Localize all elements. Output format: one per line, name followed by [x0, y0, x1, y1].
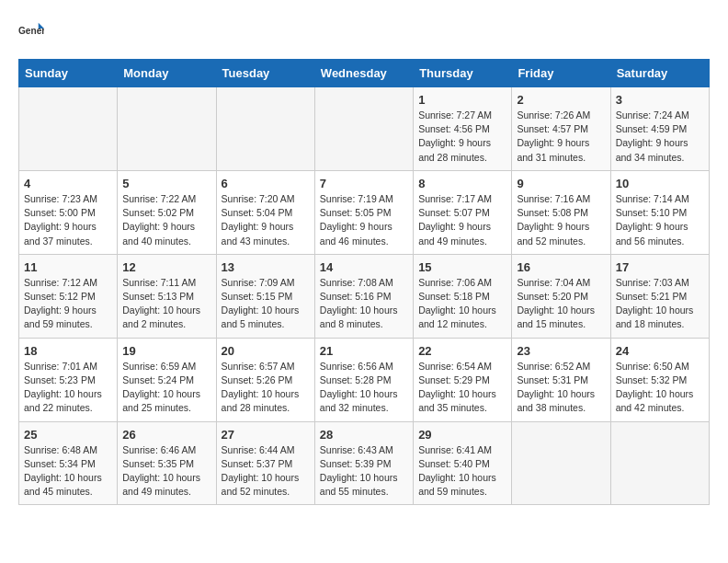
week-row-5: 25Sunrise: 6:48 AM Sunset: 5:34 PM Dayli… [19, 421, 710, 505]
day-cell: 23Sunrise: 6:52 AM Sunset: 5:31 PM Dayli… [512, 338, 610, 421]
day-number: 5 [122, 177, 210, 190]
day-number: 12 [122, 260, 210, 274]
header-monday: Monday [118, 60, 216, 87]
day-number: 7 [320, 177, 408, 190]
day-number: 27 [222, 428, 310, 442]
day-info: Sunrise: 6:46 AM Sunset: 5:35 PM Dayligh… [122, 443, 210, 500]
day-info: Sunrise: 6:50 AM Sunset: 5:32 PM Dayligh… [616, 360, 704, 416]
day-info: Sunrise: 7:27 AM Sunset: 4:56 PM Dayligh… [418, 109, 506, 165]
day-cell: 22Sunrise: 6:54 AM Sunset: 5:29 PM Dayli… [414, 338, 512, 421]
week-row-2: 4Sunrise: 7:23 AM Sunset: 5:00 PM Daylig… [19, 170, 710, 254]
day-cell: 25Sunrise: 6:48 AM Sunset: 5:34 PM Dayli… [19, 421, 118, 505]
day-cell: 20Sunrise: 6:57 AM Sunset: 5:26 PM Dayli… [216, 338, 314, 421]
day-cell: 8Sunrise: 7:17 AM Sunset: 5:07 PM Daylig… [414, 170, 512, 254]
day-cell: 3Sunrise: 7:24 AM Sunset: 4:59 PM Daylig… [610, 87, 709, 171]
day-number: 8 [418, 177, 506, 190]
day-number: 3 [616, 93, 704, 107]
day-info: Sunrise: 7:06 AM Sunset: 5:18 PM Dayligh… [418, 276, 506, 332]
day-number: 9 [517, 177, 605, 190]
week-row-3: 11Sunrise: 7:12 AM Sunset: 5:12 PM Dayli… [19, 254, 710, 338]
day-info: Sunrise: 7:09 AM Sunset: 5:15 PM Dayligh… [222, 276, 310, 332]
day-number: 16 [517, 260, 605, 274]
day-number: 15 [418, 260, 506, 274]
day-number: 10 [616, 177, 704, 190]
day-cell: 15Sunrise: 7:06 AM Sunset: 5:18 PM Dayli… [414, 254, 512, 338]
day-number: 2 [517, 93, 605, 107]
logo-icon: General [18, 18, 44, 44]
day-info: Sunrise: 6:54 AM Sunset: 5:29 PM Dayligh… [418, 360, 506, 416]
day-info: Sunrise: 7:16 AM Sunset: 5:08 PM Dayligh… [517, 192, 605, 248]
day-info: Sunrise: 7:17 AM Sunset: 5:07 PM Dayligh… [418, 192, 506, 248]
day-info: Sunrise: 7:01 AM Sunset: 5:23 PM Dayligh… [24, 360, 112, 416]
day-number: 24 [616, 344, 704, 358]
day-info: Sunrise: 7:03 AM Sunset: 5:21 PM Dayligh… [616, 276, 704, 332]
day-info: Sunrise: 7:12 AM Sunset: 5:12 PM Dayligh… [24, 276, 112, 332]
day-number: 28 [320, 428, 408, 442]
day-number: 29 [418, 428, 506, 442]
day-number: 21 [320, 344, 408, 358]
day-cell: 16Sunrise: 7:04 AM Sunset: 5:20 PM Dayli… [512, 254, 610, 338]
day-cell: 14Sunrise: 7:08 AM Sunset: 5:16 PM Dayli… [314, 254, 413, 338]
day-cell: 18Sunrise: 7:01 AM Sunset: 5:23 PM Dayli… [19, 338, 118, 421]
day-info: Sunrise: 7:04 AM Sunset: 5:20 PM Dayligh… [517, 276, 605, 332]
day-cell: 1Sunrise: 7:27 AM Sunset: 4:56 PM Daylig… [414, 87, 512, 171]
day-info: Sunrise: 7:19 AM Sunset: 5:05 PM Dayligh… [320, 192, 408, 248]
day-cell: 13Sunrise: 7:09 AM Sunset: 5:15 PM Dayli… [216, 254, 314, 338]
day-info: Sunrise: 6:56 AM Sunset: 5:28 PM Dayligh… [320, 360, 408, 416]
day-cell: 6Sunrise: 7:20 AM Sunset: 5:04 PM Daylig… [216, 170, 314, 254]
header-tuesday: Tuesday [216, 60, 314, 87]
page-header: General [18, 18, 710, 44]
day-cell: 12Sunrise: 7:11 AM Sunset: 5:13 PM Dayli… [118, 254, 216, 338]
day-cell: 7Sunrise: 7:19 AM Sunset: 5:05 PM Daylig… [314, 170, 413, 254]
day-cell [118, 87, 216, 171]
day-number: 26 [122, 428, 210, 442]
calendar-table: SundayMondayTuesdayWednesdayThursdayFrid… [18, 59, 710, 505]
day-number: 14 [320, 260, 408, 274]
day-number: 25 [24, 428, 112, 442]
day-info: Sunrise: 7:26 AM Sunset: 4:57 PM Dayligh… [517, 109, 605, 165]
day-cell: 17Sunrise: 7:03 AM Sunset: 5:21 PM Dayli… [610, 254, 709, 338]
day-cell: 24Sunrise: 6:50 AM Sunset: 5:32 PM Dayli… [610, 338, 709, 421]
day-cell: 27Sunrise: 6:44 AM Sunset: 5:37 PM Dayli… [216, 421, 314, 505]
header-friday: Friday [512, 60, 610, 87]
day-cell: 21Sunrise: 6:56 AM Sunset: 5:28 PM Dayli… [314, 338, 413, 421]
day-number: 17 [616, 260, 704, 274]
day-info: Sunrise: 6:57 AM Sunset: 5:26 PM Dayligh… [222, 360, 310, 416]
day-cell [610, 421, 709, 505]
day-number: 22 [418, 344, 506, 358]
day-cell [512, 421, 610, 505]
day-info: Sunrise: 6:52 AM Sunset: 5:31 PM Dayligh… [517, 360, 605, 416]
day-info: Sunrise: 7:14 AM Sunset: 5:10 PM Dayligh… [616, 192, 704, 248]
week-row-1: 1Sunrise: 7:27 AM Sunset: 4:56 PM Daylig… [19, 87, 710, 171]
day-number: 4 [24, 177, 112, 190]
day-number: 20 [222, 344, 310, 358]
day-cell [19, 87, 118, 171]
day-cell: 9Sunrise: 7:16 AM Sunset: 5:08 PM Daylig… [512, 170, 610, 254]
day-cell: 28Sunrise: 6:43 AM Sunset: 5:39 PM Dayli… [314, 421, 413, 505]
day-number: 19 [122, 344, 210, 358]
day-info: Sunrise: 7:20 AM Sunset: 5:04 PM Dayligh… [222, 192, 310, 248]
header-thursday: Thursday [414, 60, 512, 87]
day-number: 18 [24, 344, 112, 358]
day-number: 23 [517, 344, 605, 358]
week-row-4: 18Sunrise: 7:01 AM Sunset: 5:23 PM Dayli… [19, 338, 710, 421]
day-cell: 5Sunrise: 7:22 AM Sunset: 5:02 PM Daylig… [118, 170, 216, 254]
day-info: Sunrise: 6:59 AM Sunset: 5:24 PM Dayligh… [122, 360, 210, 416]
day-cell: 26Sunrise: 6:46 AM Sunset: 5:35 PM Dayli… [118, 421, 216, 505]
header-wednesday: Wednesday [314, 60, 413, 87]
day-info: Sunrise: 7:22 AM Sunset: 5:02 PM Dayligh… [122, 192, 210, 248]
day-info: Sunrise: 6:43 AM Sunset: 5:39 PM Dayligh… [320, 443, 408, 500]
day-info: Sunrise: 7:11 AM Sunset: 5:13 PM Dayligh… [122, 276, 210, 332]
day-cell [314, 87, 413, 171]
day-number: 11 [24, 260, 112, 274]
day-number: 13 [222, 260, 310, 274]
day-info: Sunrise: 7:23 AM Sunset: 5:00 PM Dayligh… [24, 192, 112, 248]
day-number: 6 [222, 177, 310, 190]
day-info: Sunrise: 6:44 AM Sunset: 5:37 PM Dayligh… [222, 443, 310, 500]
day-info: Sunrise: 7:08 AM Sunset: 5:16 PM Dayligh… [320, 276, 408, 332]
day-number: 1 [418, 93, 506, 107]
day-cell: 11Sunrise: 7:12 AM Sunset: 5:12 PM Dayli… [19, 254, 118, 338]
header-saturday: Saturday [610, 60, 709, 87]
day-cell [216, 87, 314, 171]
header-sunday: Sunday [19, 60, 118, 87]
